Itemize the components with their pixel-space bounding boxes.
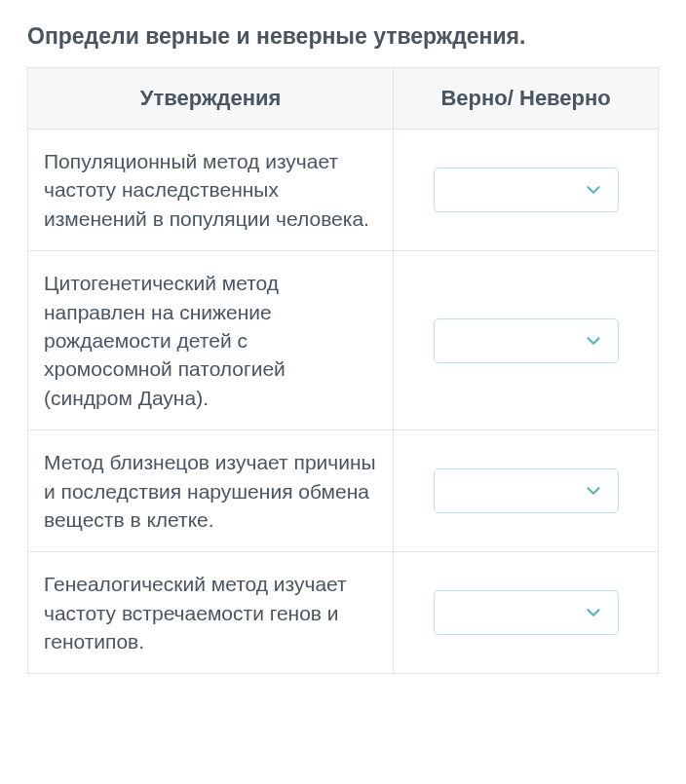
answer-select[interactable] [434,590,619,635]
answer-select[interactable] [434,168,619,212]
chevron-down-icon [583,330,604,352]
chevron-down-icon [583,480,604,502]
chevron-down-icon [583,602,604,623]
answer-select[interactable] [434,468,619,513]
table-row: Генеалогический метод изучает частоту вс… [28,552,659,674]
statement-text: Генеалогический метод изучает частоту вс… [28,552,394,674]
statement-text: Цитогенетический метод направлен на сниж… [28,251,394,430]
answer-select[interactable] [434,318,619,363]
statement-text: Метод близнецов изучает причины и послед… [28,430,394,552]
table-row: Популяционный метод изучает частоту насл… [28,130,659,251]
chevron-down-icon [583,179,604,201]
page-title: Определи верные и неверные утверждения. [27,23,659,50]
statement-text: Популяционный метод изучает частоту насл… [28,130,394,251]
header-answer: Верно/ Неверно [394,68,659,130]
table-row: Цитогенетический метод направлен на сниж… [28,251,659,430]
table-row: Метод близнецов изучает причины и послед… [28,430,659,552]
header-statement: Утверждения [28,68,394,130]
statements-table: Утверждения Верно/ Неверно Популяционный… [27,67,659,674]
